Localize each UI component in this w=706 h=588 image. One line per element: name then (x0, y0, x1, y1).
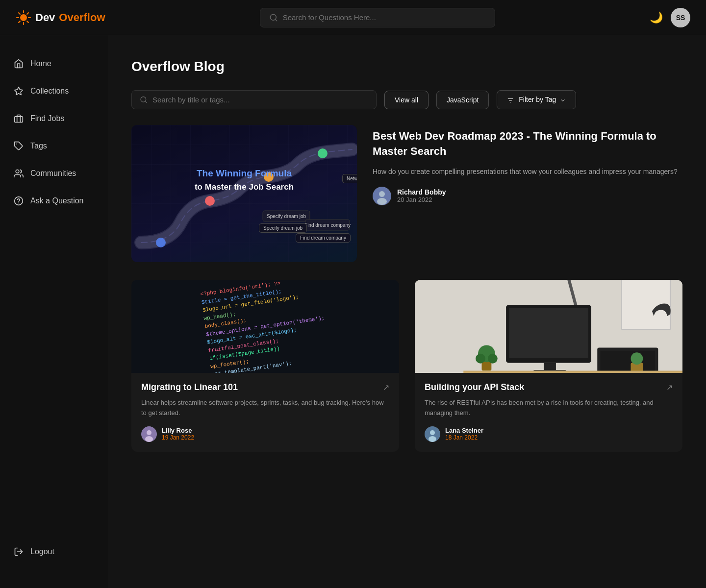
filter-icon (507, 97, 514, 104)
svg-rect-47 (509, 308, 588, 358)
card-author-name-api: Lana Steiner (445, 427, 483, 434)
sidebar-ask-question-label: Ask a Question (30, 196, 84, 205)
sidebar-home-label: Home (30, 59, 51, 68)
star-icon (14, 86, 24, 96)
svg-text:to Master the Job Search: to Master the Job Search (195, 182, 294, 192)
card-author-date-api: 18 Jan 2022 (445, 434, 483, 441)
svg-line-6 (27, 21, 28, 23)
featured-article: Specify dream job Find dream company The… (131, 125, 682, 262)
svg-point-54 (476, 354, 485, 364)
logo-icon (16, 10, 31, 25)
sidebar-nav: Home Collections Find Jobs Tags (0, 51, 108, 214)
filter-by-tag-button[interactable]: Filter by Tag (497, 90, 576, 109)
article-card-api-stack[interactable]: Building your API Stack ↗ The rise of RE… (415, 280, 682, 452)
svg-point-27 (318, 148, 328, 158)
home-icon (14, 59, 24, 69)
svg-text:Specify dream job: Specify dream job (267, 214, 306, 219)
featured-article-title: Best Web Dev Roadmap 2023 - The Winning … (373, 129, 682, 159)
sidebar-item-ask-question[interactable]: Ask a Question (0, 188, 108, 214)
sidebar-item-collections[interactable]: Collections (0, 78, 108, 104)
featured-article-content: Best Web Dev Roadmap 2023 - The Winning … (373, 125, 682, 205)
global-search-bar[interactable] (260, 8, 495, 27)
global-search-input[interactable] (283, 13, 486, 22)
article-image-code: <?php bloginfo('url'); ?> $title = get_t… (131, 280, 399, 373)
user-avatar[interactable]: SS (671, 8, 690, 27)
theme-toggle-icon[interactable]: 🌙 (650, 11, 663, 24)
svg-line-7 (27, 13, 28, 14)
svg-marker-11 (15, 87, 23, 95)
svg-rect-12 (15, 117, 23, 122)
card-author-avatar-api (425, 426, 440, 442)
svg-text:The Winning Formula: The Winning Formula (197, 168, 292, 178)
sidebar-item-find-jobs[interactable]: Find Jobs (0, 106, 108, 131)
article-card-desc-api: The rise of RESTful APIs has been met by… (425, 398, 673, 418)
article-card-migrating-linear[interactable]: <?php bloginfo('url'); ?> $title = get_t… (131, 280, 399, 452)
svg-rect-51 (600, 351, 655, 373)
sidebar-item-tags[interactable]: Tags (0, 133, 108, 159)
article-image-desk (415, 280, 682, 373)
tag-icon (14, 141, 24, 151)
blog-controls: View all JavaScript Filter by Tag (131, 90, 682, 109)
svg-line-5 (19, 13, 20, 14)
svg-line-8 (19, 21, 20, 23)
search-icon (269, 13, 278, 22)
svg-point-60 (430, 430, 435, 435)
roadmap-label-2: Find dream company (296, 233, 351, 243)
featured-author-name: Richard Bobby (397, 188, 446, 196)
card-author-avatar-linear (141, 426, 157, 442)
main-content: Overflow Blog View all JavaScript Filter… (108, 35, 706, 588)
blog-search-icon (140, 96, 148, 104)
article-card-body-api: Building your API Stack ↗ The rise of RE… (415, 373, 682, 452)
svg-point-0 (20, 14, 27, 21)
card-author-info-linear: Lilly Rose 19 Jan 2022 (141, 426, 389, 442)
sidebar-item-communities[interactable]: Communities (0, 161, 108, 186)
featured-author-details: Richard Bobby 20 Jan 2022 (397, 188, 446, 203)
chevron-down-icon (560, 98, 566, 103)
svg-point-38 (377, 198, 387, 205)
log-out-icon (14, 547, 24, 557)
svg-rect-48 (544, 363, 556, 370)
featured-author-avatar (373, 187, 391, 205)
article-card-desc-linear: Linear helps streamline software project… (141, 398, 389, 418)
page-title: Overflow Blog (131, 59, 682, 74)
users-icon (14, 169, 24, 178)
article-title-row-linear: Migrating to Linear 101 ↗ (141, 382, 389, 393)
featured-author-info: Richard Bobby 20 Jan 2022 (373, 187, 682, 205)
svg-point-61 (429, 436, 436, 442)
view-all-button[interactable]: View all (384, 91, 429, 109)
javascript-filter-button[interactable]: JavaScript (436, 91, 489, 109)
svg-point-24 (156, 238, 166, 247)
external-link-icon-linear: ↗ (383, 383, 389, 392)
sidebar-item-home[interactable]: Home (0, 51, 108, 76)
filter-by-tag-label: Filter by Tag (519, 96, 556, 103)
svg-point-14 (16, 170, 19, 173)
page-layout: Home Collections Find Jobs Tags (0, 35, 706, 588)
logo-dev-text: Dev (35, 11, 55, 24)
card-author-name-linear: Lilly Rose (162, 427, 194, 434)
roadmap-illustration: Specify dream job Find dream company The… (131, 125, 357, 262)
help-circle-icon (14, 196, 24, 206)
logo[interactable]: DevOverflow (16, 10, 105, 25)
card-author-info-api: Lana Steiner 18 Jan 2022 (425, 426, 673, 442)
svg-point-37 (379, 191, 385, 197)
external-link-icon-api: ↗ (666, 383, 673, 392)
sidebar-tags-label: Tags (30, 142, 47, 150)
briefcase-icon (14, 114, 24, 123)
svg-text:Find dream company: Find dream company (304, 222, 351, 228)
sidebar-item-logout[interactable]: Logout (0, 539, 108, 564)
article-card-title-api: Building your API Stack (425, 382, 524, 393)
code-illustration: <?php bloginfo('url'); ?> $title = get_t… (194, 280, 336, 373)
card-author-date-linear: 19 Jan 2022 (162, 434, 194, 441)
card-author-details-linear: Lilly Rose 19 Jan 2022 (162, 427, 194, 441)
sidebar-bottom: Logout (0, 539, 108, 572)
sidebar-find-jobs-label: Find Jobs (30, 114, 64, 123)
svg-point-25 (205, 196, 215, 206)
card-author-details-api: Lana Steiner 18 Jan 2022 (445, 427, 483, 441)
header-right: 🌙 SS (650, 8, 690, 27)
svg-point-57 (631, 352, 643, 365)
svg-point-55 (488, 354, 498, 364)
sidebar-communities-label: Communities (30, 169, 76, 178)
blog-search-input[interactable] (152, 96, 368, 104)
blog-search-bar[interactable] (131, 90, 377, 109)
article-title-row-api: Building your API Stack ↗ (425, 382, 673, 393)
